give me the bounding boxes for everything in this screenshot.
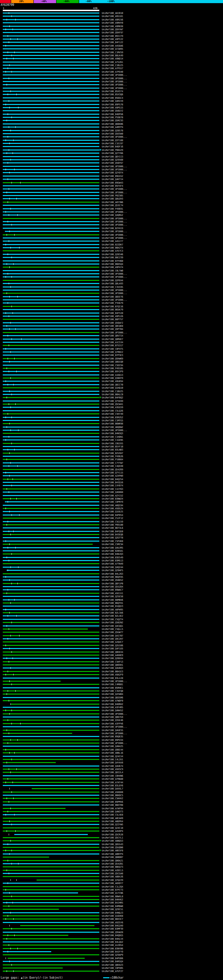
hit-label[interactable]: UniRef100_Q0V7I4 — [102, 334, 123, 337]
hit-label[interactable]: UniRef100_B3M513 — [102, 559, 123, 562]
hit-row[interactable]: UniRef100_UPI000... — [0, 298, 223, 301]
hit-bar[interactable] — [3, 384, 99, 385]
hit-label[interactable]: UniRef100_Q29CS1 — [102, 908, 123, 911]
hit-bar[interactable] — [3, 397, 99, 398]
hit-label[interactable]: UniRef100_A4S8A6 — [102, 45, 123, 47]
hit-row[interactable]: UniRef100_Q2GTT8 — [0, 536, 223, 539]
hit-bar[interactable] — [3, 179, 99, 180]
hit-bar[interactable] — [3, 625, 99, 627]
hit-label[interactable]: UniRef100_B0X3C7 — [102, 918, 123, 921]
hit-label[interactable]: UniRef100_A2XPW9 — [102, 474, 123, 477]
hit-bar[interactable] — [3, 547, 99, 548]
hit-row[interactable]: UniRef100_B9PS78 — [0, 103, 223, 106]
hit-row[interactable]: UniRef100_B2L4E2 — [0, 614, 223, 617]
hit-label[interactable]: UniRef100_B6QFD5 — [102, 576, 123, 579]
hit-row[interactable]: UniRef100_C4L2U1 — [0, 758, 223, 761]
hit-label[interactable]: UniRef100_P49626 — [102, 455, 123, 458]
hit-bar[interactable] — [3, 325, 99, 326]
hit-bar[interactable] — [3, 270, 99, 271]
hit-bar[interactable] — [3, 313, 99, 313]
hit-bar[interactable] — [3, 573, 99, 574]
hit-bar[interactable] — [3, 505, 99, 506]
hit-row[interactable]: UniRef100_UPI000... — [0, 73, 223, 76]
hit-label[interactable]: UniRef100_Q4RIV9 — [102, 100, 123, 103]
hit-label[interactable]: UniRef100_Q24C18 — [102, 827, 123, 829]
hit-label[interactable]: UniRef100_A7AP94 — [102, 807, 123, 810]
hit-row[interactable]: UniRef100_B5DGC4 — [0, 96, 223, 99]
hit-row[interactable]: UniRef100_C1BLE5 — [0, 64, 223, 67]
hit-bar[interactable] — [20, 925, 95, 926]
hit-row[interactable]: UniRef100_Q0CQK8 — [0, 325, 223, 328]
hit-bar[interactable] — [3, 837, 99, 838]
hit-bar[interactable] — [3, 576, 99, 578]
hit-label[interactable]: UniRef100_B4FQG0 — [102, 530, 123, 533]
hit-row[interactable]: UniRef100_A9RN38 — [0, 25, 223, 28]
hit-row[interactable]: UniRef100_A4RFP4 — [0, 126, 223, 129]
hit-label[interactable]: UniRef100_A5KDH8 — [102, 791, 123, 794]
hit-label[interactable]: UniRef100_A5DGZ4 — [102, 507, 123, 510]
hit-row[interactable]: UniRef100_B4N3Q3 — [0, 432, 223, 435]
hit-row[interactable]: UniRef100_UPI000... — [0, 135, 223, 138]
hit-bar[interactable] — [3, 175, 99, 177]
hit-row[interactable]: UniRef100_B5YF10 — [0, 445, 223, 448]
hit-row[interactable]: UniRef100_A0CAH9 — [0, 817, 223, 820]
hit-row[interactable]: UniRef100_B3NYB6 — [0, 947, 223, 950]
hit-bar[interactable] — [3, 690, 99, 692]
hit-bar[interactable] — [3, 446, 99, 447]
hit-row[interactable]: UniRef100_A9ND14 — [0, 57, 223, 60]
hit-bar[interactable] — [3, 257, 99, 258]
hit-row[interactable]: UniRef100_B9GS52 — [0, 175, 223, 178]
hit-row[interactable]: UniRef100_B6NR98 — [0, 422, 223, 425]
hit-label[interactable]: UniRef100_A2DCL5 — [102, 869, 123, 872]
hit-bar[interactable] — [3, 19, 99, 20]
hit-bar[interactable] — [3, 498, 99, 499]
hit-label[interactable]: UniRef100_Q56F67 — [102, 162, 123, 164]
hit-row[interactable]: UniRef100_A0BYP4 — [0, 853, 223, 856]
hit-label[interactable]: UniRef100_B5FXF4 — [102, 185, 123, 188]
hit-row[interactable]: UniRef100_B8LK49 — [0, 54, 223, 57]
hit-label[interactable]: UniRef100_B1QQV3 — [102, 605, 123, 608]
hit-bar[interactable] — [3, 420, 99, 421]
hit-bar[interactable] — [3, 234, 99, 235]
hit-label[interactable]: UniRef100_B4R5Q4 — [102, 960, 123, 963]
hit-bar[interactable] — [3, 309, 99, 310]
hit-label[interactable]: UniRef100_Q5E9A0 — [102, 132, 123, 135]
hit-label[interactable]: UniRef100_B4G2A9 — [102, 924, 123, 927]
hit-bar[interactable] — [32, 788, 99, 789]
hit-bar[interactable] — [3, 840, 99, 841]
hit-label[interactable]: UniRef100_UPI000... — [102, 299, 127, 301]
hit-label[interactable]: UniRef100_UPI000... — [102, 732, 127, 735]
hit-row[interactable]: UniRef100_B0EQ73 — [0, 865, 223, 869]
hit-label[interactable]: UniRef100_A0CAH9 — [102, 817, 123, 820]
hit-row[interactable]: UniRef100_B4L263 — [0, 572, 223, 575]
hit-bar[interactable] — [3, 345, 99, 346]
hit-label[interactable]: UniRef100_B9Q635 — [102, 735, 123, 738]
hit-bar[interactable] — [3, 62, 99, 62]
hit-bar[interactable] — [3, 932, 99, 933]
hit-label[interactable]: UniRef100_B5DGC4 — [102, 97, 123, 99]
hit-bar[interactable] — [3, 762, 56, 763]
hit-bar[interactable] — [3, 700, 99, 701]
hit-label[interactable]: UniRef100_A3F4R5 — [102, 706, 123, 709]
hit-bar[interactable] — [3, 778, 99, 780]
hit-row[interactable]: UniRef100_B6H1E3 — [0, 670, 223, 673]
hit-label[interactable]: UniRef100_B6KTR8 — [102, 804, 123, 807]
hit-label[interactable]: UniRef100_A1DQ13 — [102, 374, 123, 377]
hit-bar[interactable] — [3, 635, 99, 636]
hit-label[interactable]: UniRef100_B4FBQ2 — [102, 396, 123, 399]
hit-label[interactable]: UniRef100_C0PRY9 — [102, 501, 123, 503]
hit-row[interactable]: UniRef100_A8PW95 — [0, 608, 223, 611]
hit-bar[interactable] — [3, 772, 99, 773]
hit-row[interactable]: UniRef100_B7P3E3 — [0, 353, 223, 357]
hit-label[interactable]: UniRef100_Q6EET6 — [102, 296, 123, 298]
hit-row[interactable]: UniRef100_Q1E8J5 — [0, 510, 223, 513]
hit-row[interactable]: UniRef100_B2VXH7 — [0, 452, 223, 455]
hit-label[interactable]: UniRef100_Q4U674 — [102, 765, 123, 768]
hit-bar[interactable] — [3, 674, 99, 675]
hit-label[interactable]: UniRef100_UPI000... — [102, 165, 127, 168]
hit-row[interactable]: UniRef100_B6HLC0 — [0, 393, 223, 396]
hit-bar[interactable] — [3, 286, 99, 288]
hit-row[interactable]: UniRef100_Q5UW77 — [0, 631, 223, 634]
hit-row[interactable]: UniRef100_A8B4J6 — [0, 875, 223, 878]
hit-bar[interactable] — [3, 632, 99, 633]
